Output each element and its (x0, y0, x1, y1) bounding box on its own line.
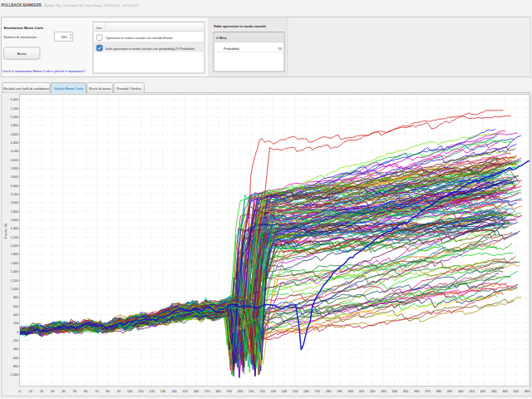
svg-text:3,800: 3,800 (11, 167, 19, 170)
svg-text:300: 300 (347, 390, 352, 393)
svg-text:-1,000: -1,000 (10, 373, 19, 377)
svg-text:-400: -400 (12, 347, 19, 351)
svg-text:280: 280 (326, 390, 331, 393)
svg-text:-800: -800 (12, 365, 19, 368)
svg-text:1,600: 1,600 (11, 262, 19, 265)
svg-text:200: 200 (62, 35, 68, 39)
svg-text:4,600: 4,600 (11, 133, 19, 136)
svg-text:4,200: 4,200 (11, 150, 19, 153)
svg-text:2,800: 2,800 (11, 210, 19, 214)
svg-text:Probabilità: Probabilità (224, 47, 240, 51)
svg-text:350: 350 (403, 390, 408, 393)
svg-text:3,000: 3,000 (11, 201, 19, 204)
svg-text:Misc: Misc (219, 36, 228, 40)
svg-text:600: 600 (13, 305, 18, 308)
svg-text:400: 400 (458, 390, 463, 393)
svg-text:-600: -600 (12, 357, 19, 360)
svg-text:40: 40 (62, 390, 65, 393)
svg-text:250: 250 (293, 390, 298, 393)
svg-text:410: 410 (469, 390, 474, 393)
svg-text:460: 460 (525, 390, 530, 393)
svg-text:360: 360 (414, 390, 419, 393)
svg-text:210: 210 (249, 390, 254, 393)
svg-text:5,200: 5,200 (11, 107, 19, 111)
svg-text:340: 340 (392, 390, 397, 393)
svg-text:1,800: 1,800 (11, 253, 19, 256)
svg-text:Prevedi / Verifica: Prevedi / Verifica (117, 86, 142, 91)
svg-text:70: 70 (95, 390, 98, 393)
svg-text:230: 230 (271, 390, 276, 393)
svg-text:Cos'è la simulazione Monte Car: Cos'è la simulazione Monte Carlo e perch… (2, 69, 86, 73)
svg-text:Rischi di rovina: Rischi di rovina (89, 86, 111, 91)
svg-text:0: 0 (17, 331, 18, 334)
svg-text:Risultati con livelli di confi: Risultati con livelli di confidenza (3, 86, 50, 91)
svg-text:200: 200 (13, 322, 18, 325)
svg-text:3,400: 3,400 (11, 185, 19, 188)
svg-text:2,200: 2,200 (11, 236, 19, 239)
svg-text:310: 310 (359, 390, 364, 393)
svg-text:2,600: 2,600 (11, 219, 19, 222)
svg-text:160: 160 (194, 390, 199, 393)
svg-text:450: 450 (513, 390, 518, 393)
svg-text:1,200: 1,200 (11, 279, 19, 283)
svg-text:Operazioni in ordine casuale c: Operazioni in ordine casuale con metodo … (106, 37, 173, 40)
svg-text:Avvia: Avvia (17, 52, 27, 56)
svg-text:Simulazione Monte Carlo: Simulazione Monte Carlo (4, 26, 44, 30)
svg-text:140: 140 (171, 390, 176, 393)
svg-text:330: 330 (381, 390, 386, 393)
svg-text:800: 800 (13, 296, 18, 299)
svg-text:220: 220 (259, 390, 264, 393)
svg-text:4,000: 4,000 (11, 159, 19, 162)
svg-text:130: 130 (160, 390, 165, 393)
svg-text:180: 180 (215, 390, 220, 393)
svg-text:30: 30 (51, 390, 54, 393)
svg-text:90: 90 (117, 390, 121, 393)
svg-text:370: 370 (425, 390, 430, 393)
svg-text:270: 270 (315, 390, 320, 393)
svg-text:1,400: 1,400 (11, 270, 19, 273)
svg-text:Grafico Monte Carlo: Grafico Monte Carlo (54, 86, 83, 91)
svg-text:10: 10 (29, 390, 32, 393)
svg-text:Salta operazioni in modo casua: Salta operazioni in modo casuale (214, 24, 267, 28)
svg-text:60: 60 (84, 390, 87, 393)
svg-text:5,000: 5,000 (11, 116, 19, 119)
svg-text:Numero di simulazioni: Numero di simulazioni (4, 35, 37, 39)
svg-text:0: 0 (18, 390, 20, 393)
svg-text:170: 170 (204, 390, 209, 393)
svg-text:3,600: 3,600 (11, 175, 19, 179)
svg-text:200: 200 (238, 390, 243, 393)
svg-text:5,400: 5,400 (11, 98, 19, 101)
svg-text:420: 420 (480, 390, 485, 393)
svg-text:400: 400 (13, 313, 18, 317)
svg-text:10: 10 (278, 47, 283, 51)
svg-text:190: 190 (226, 390, 231, 393)
svg-text:4,800: 4,800 (11, 124, 19, 127)
svg-text:100: 100 (127, 390, 132, 393)
svg-text:440: 440 (502, 390, 507, 393)
svg-text:Salta operazioni in modo casua: Salta operazioni in modo casuale con (pr… (106, 47, 195, 51)
svg-text:2,400: 2,400 (11, 227, 19, 230)
svg-text:20: 20 (40, 390, 43, 393)
svg-text:2,000: 2,000 (11, 244, 19, 248)
svg-text:Symbol: NQ, Timeframe: H1, Dat: Symbol: NQ, Timeframe: H1, Date Range: 1… (44, 4, 138, 7)
svg-text:50: 50 (73, 390, 76, 393)
svg-text:240: 240 (282, 390, 287, 393)
svg-text:150: 150 (182, 390, 187, 393)
svg-text:PULLBACK BANKERS: PULLBACK BANKERS (2, 3, 42, 7)
svg-text:3,200: 3,200 (11, 193, 19, 196)
svg-text:Usa: Usa (96, 26, 103, 30)
svg-text:80: 80 (106, 390, 110, 393)
svg-text:110: 110 (138, 390, 143, 393)
svg-text:1,000: 1,000 (11, 288, 19, 291)
svg-text:380: 380 (436, 390, 441, 393)
svg-text:290: 290 (337, 390, 342, 393)
svg-text:260: 260 (303, 390, 308, 393)
svg-text:320: 320 (370, 390, 375, 393)
svg-text:430: 430 (491, 390, 496, 393)
svg-text:120: 120 (150, 390, 155, 393)
svg-text:4,400: 4,400 (11, 141, 19, 145)
svg-text:390: 390 (447, 390, 452, 393)
svg-text:-200: -200 (12, 339, 19, 342)
svg-text:Equity ($): Equity ($) (3, 223, 7, 239)
